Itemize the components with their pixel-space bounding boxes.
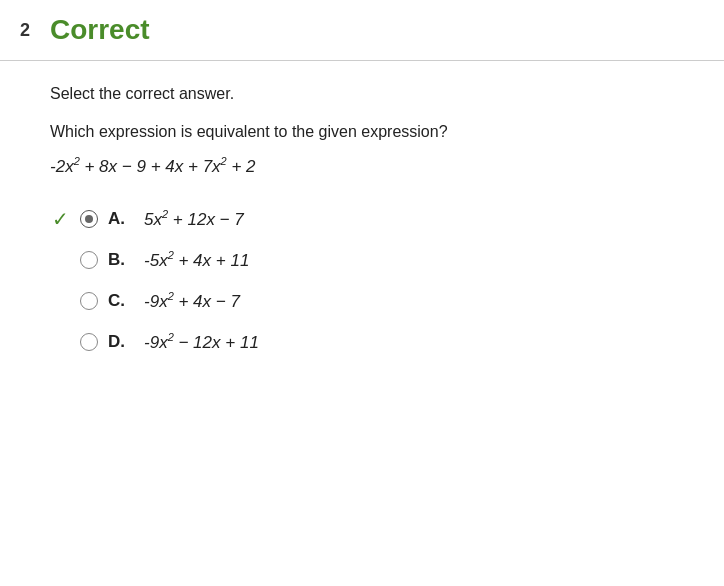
answer-row-c[interactable]: C. -9x2 + 4x − 7 xyxy=(50,290,694,313)
answer-row-d[interactable]: D. -9x2 − 12x + 11 xyxy=(50,331,694,354)
answer-label-b: B. xyxy=(108,250,130,270)
answer-label-d: D. xyxy=(108,332,130,352)
radio-inner-a xyxy=(85,215,93,223)
answer-expr-c: -9x2 + 4x − 7 xyxy=(144,290,240,312)
radio-d[interactable] xyxy=(80,333,98,351)
no-checkmark-c xyxy=(50,290,70,313)
answer-expr-d: -9x2 − 12x + 11 xyxy=(144,331,259,353)
question-header: 2 Correct xyxy=(0,0,724,61)
radio-c[interactable] xyxy=(80,292,98,310)
answers-list: ✓ A. 5x2 + 12x − 7 B. -5x2 + 4x + 11 C. xyxy=(50,207,694,354)
answer-row-b[interactable]: B. -5x2 + 4x + 11 xyxy=(50,249,694,272)
answer-row-a[interactable]: ✓ A. 5x2 + 12x − 7 xyxy=(50,207,694,231)
radio-a[interactable] xyxy=(80,210,98,228)
answer-expr-a: 5x2 + 12x − 7 xyxy=(144,208,244,230)
status-label: Correct xyxy=(50,14,150,46)
no-checkmark-d xyxy=(50,331,70,354)
given-expression: -2x2 + 8x − 9 + 4x + 7x2 + 2 xyxy=(50,155,694,177)
radio-b[interactable] xyxy=(80,251,98,269)
question-number: 2 xyxy=(0,20,50,41)
content-area: Select the correct answer. Which express… xyxy=(0,61,724,378)
no-checkmark-b xyxy=(50,249,70,272)
answer-expr-b: -5x2 + 4x + 11 xyxy=(144,249,249,271)
answer-label-a: A. xyxy=(108,209,130,229)
correct-checkmark: ✓ xyxy=(50,207,70,231)
answer-label-c: C. xyxy=(108,291,130,311)
instruction-text: Select the correct answer. xyxy=(50,85,694,103)
question-text: Which expression is equivalent to the gi… xyxy=(50,123,694,141)
